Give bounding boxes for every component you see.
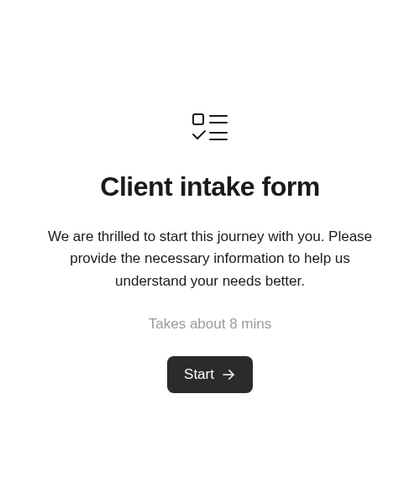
start-button[interactable]: Start — [167, 356, 253, 393]
svg-rect-0 — [193, 114, 203, 124]
todo-list-icon — [190, 111, 230, 148]
intro-description: We are thrilled to start this journey wi… — [34, 226, 386, 292]
page-title: Client intake form — [100, 171, 319, 202]
duration-text: Takes about 8 mins — [149, 316, 271, 333]
start-button-label: Start — [184, 366, 214, 383]
arrow-right-icon — [221, 367, 236, 382]
